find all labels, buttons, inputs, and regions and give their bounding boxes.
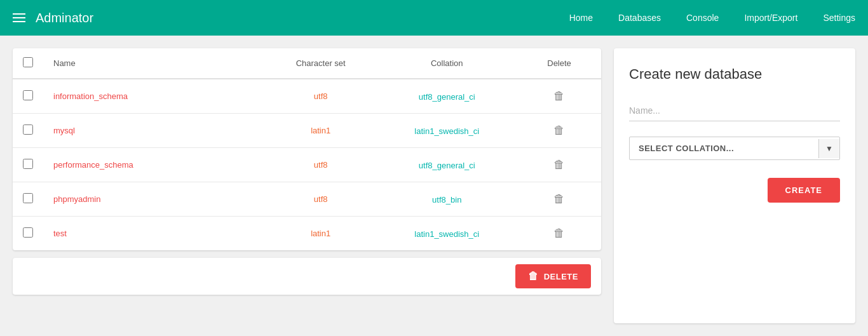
- row-name: performance_schema: [43, 148, 265, 182]
- bulk-delete-label: DELETE: [544, 272, 578, 281]
- row-delete-button[interactable]: 🗑: [550, 123, 569, 138]
- row-collation-link[interactable]: utf8_general_ci: [419, 161, 475, 170]
- row-checkbox-cell: [13, 217, 43, 251]
- row-name: mysql: [43, 114, 265, 148]
- row-charset: utf8: [265, 148, 376, 182]
- menu-icon[interactable]: [13, 13, 25, 22]
- row-charset: utf8: [265, 182, 376, 217]
- row-checkbox[interactable]: [23, 124, 33, 135]
- main-content: Name Character set Collation Delete info…: [0, 36, 868, 336]
- row-delete-cell: 🗑: [517, 79, 601, 114]
- row-collation: latin1_swedish_ci: [376, 217, 517, 251]
- row-charset: latin1: [265, 114, 376, 148]
- bottom-bar: 🗑 DELETE: [13, 258, 601, 295]
- col-header-collation: Collation: [376, 48, 517, 79]
- row-checkbox[interactable]: [23, 193, 33, 203]
- create-db-button[interactable]: CREATE: [768, 178, 840, 203]
- row-delete-cell: 🗑: [517, 148, 601, 182]
- row-checkbox[interactable]: [23, 90, 33, 100]
- database-table-container: Name Character set Collation Delete info…: [13, 48, 601, 250]
- row-charset: utf8: [265, 79, 376, 114]
- row-collation: utf8_general_ci: [376, 148, 517, 182]
- row-checkbox-cell: [13, 182, 43, 217]
- row-collation-link[interactable]: utf8_general_ci: [419, 92, 475, 102]
- row-delete-button[interactable]: 🗑: [550, 191, 569, 207]
- row-name: information_schema: [43, 79, 265, 114]
- row-delete-button[interactable]: 🗑: [550, 225, 569, 241]
- collation-select-row[interactable]: SELECT COLLATION... ▼: [629, 137, 840, 160]
- collation-dropdown-arrow[interactable]: ▼: [818, 139, 839, 158]
- col-header-checkbox: [13, 48, 43, 79]
- nav-console[interactable]: Console: [686, 13, 719, 23]
- create-db-title: Create new database: [629, 66, 840, 83]
- select-all-checkbox[interactable]: [23, 57, 33, 67]
- row-delete-cell: 🗑: [517, 182, 601, 217]
- row-delete-button[interactable]: 🗑: [550, 88, 569, 104]
- row-charset: latin1: [265, 217, 376, 251]
- nav-databases[interactable]: Databases: [618, 13, 661, 23]
- create-panel: Create new database SELECT COLLATION... …: [614, 48, 855, 323]
- db-name-input[interactable]: [629, 100, 840, 121]
- bulk-delete-button[interactable]: 🗑 DELETE: [515, 264, 591, 288]
- collation-select-label: SELECT COLLATION...: [630, 137, 818, 159]
- nav-importexport[interactable]: Import/Export: [744, 13, 797, 23]
- nav-home[interactable]: Home: [569, 13, 593, 23]
- row-checkbox-cell: [13, 148, 43, 182]
- row-collation-link[interactable]: latin1_swedish_ci: [414, 126, 479, 136]
- table-row: performance_schema utf8 utf8_general_ci …: [13, 148, 601, 182]
- row-collation: utf8_general_ci: [376, 79, 517, 114]
- left-panel: Name Character set Collation Delete info…: [13, 48, 601, 323]
- row-name: phpmyadmin: [43, 182, 265, 217]
- col-header-name: Name: [43, 48, 265, 79]
- col-header-charset: Character set: [265, 48, 376, 79]
- row-collation-link[interactable]: latin1_swedish_ci: [414, 229, 479, 239]
- app-title: Adminator: [36, 11, 569, 25]
- app-header: Adminator Home Databases Console Import/…: [0, 0, 868, 36]
- row-checkbox-cell: [13, 79, 43, 114]
- row-delete-button[interactable]: 🗑: [550, 157, 569, 173]
- row-checkbox-cell: [13, 114, 43, 148]
- table-row: test latin1 latin1_swedish_ci 🗑: [13, 217, 601, 251]
- trash-icon: 🗑: [528, 271, 539, 282]
- row-collation: latin1_swedish_ci: [376, 114, 517, 148]
- row-checkbox[interactable]: [23, 159, 33, 169]
- nav-settings[interactable]: Settings: [823, 13, 855, 23]
- row-name: test: [43, 217, 265, 251]
- table-row: phpmyadmin utf8 utf8_bin 🗑: [13, 182, 601, 217]
- row-delete-cell: 🗑: [517, 114, 601, 148]
- col-header-delete: Delete: [517, 48, 601, 79]
- table-row: information_schema utf8 utf8_general_ci …: [13, 79, 601, 114]
- row-checkbox[interactable]: [23, 227, 33, 238]
- row-collation: utf8_bin: [376, 182, 517, 217]
- row-delete-cell: 🗑: [517, 217, 601, 251]
- table-row: mysql latin1 latin1_swedish_ci 🗑: [13, 114, 601, 148]
- database-table: Name Character set Collation Delete info…: [13, 48, 601, 250]
- main-nav: Home Databases Console Import/Export Set…: [569, 13, 855, 23]
- row-collation-link[interactable]: utf8_bin: [432, 195, 461, 205]
